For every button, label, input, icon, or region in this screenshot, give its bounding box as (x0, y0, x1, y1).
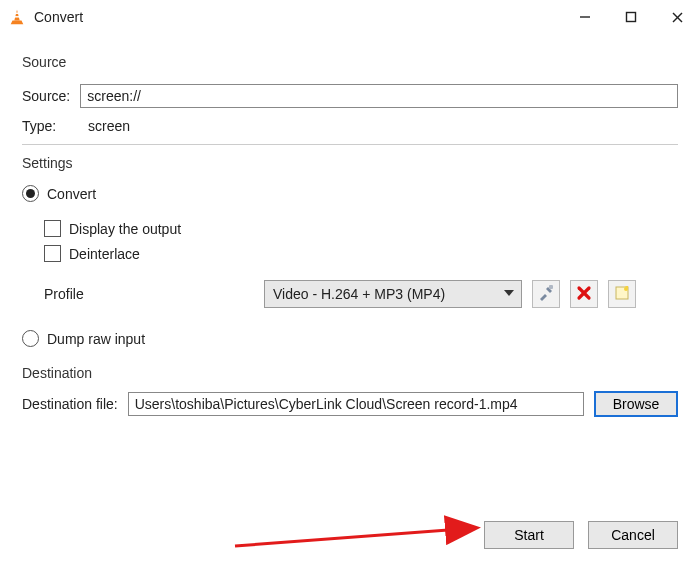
convert-radio-label: Convert (47, 186, 96, 202)
delete-icon (576, 285, 592, 304)
annotation-arrow (230, 514, 490, 557)
display-output-label: Display the output (69, 221, 181, 237)
svg-line-15 (235, 528, 475, 546)
tools-icon (537, 284, 555, 305)
svg-rect-4 (627, 13, 636, 22)
source-label: Source: (22, 88, 70, 104)
dump-raw-radio[interactable] (22, 330, 39, 347)
profile-dropdown[interactable]: Video - H.264 + MP3 (MP4) (264, 280, 522, 308)
delete-profile-button[interactable] (570, 280, 598, 308)
titlebar: Convert (0, 0, 700, 34)
display-output-checkbox[interactable] (44, 220, 61, 237)
start-button[interactable]: Start (484, 521, 574, 549)
deinterlace-checkbox[interactable] (44, 245, 61, 262)
divider (22, 144, 678, 145)
new-profile-icon (613, 284, 631, 305)
browse-button[interactable]: Browse (594, 391, 678, 417)
edit-profile-button[interactable] (532, 280, 560, 308)
dump-raw-label: Dump raw input (47, 331, 145, 347)
deinterlace-label: Deinterlace (69, 246, 140, 262)
profile-value: Video - H.264 + MP3 (MP4) (273, 286, 445, 302)
settings-section-label: Settings (22, 155, 678, 171)
type-label: Type: (22, 118, 78, 134)
vlc-icon (8, 8, 26, 26)
window-controls (562, 0, 700, 34)
svg-marker-0 (14, 10, 19, 21)
destination-file-input[interactable] (128, 392, 584, 416)
minimize-button[interactable] (562, 0, 608, 34)
destination-file-label: Destination file: (22, 396, 118, 412)
type-value: screen (88, 118, 130, 134)
svg-marker-7 (504, 290, 514, 296)
cancel-button[interactable]: Cancel (588, 521, 678, 549)
close-button[interactable] (654, 0, 700, 34)
destination-section-label: Destination (22, 365, 678, 381)
source-section-label: Source (22, 54, 678, 70)
chevron-down-icon (503, 286, 515, 302)
svg-rect-2 (14, 16, 20, 17)
profile-label: Profile (44, 286, 254, 302)
source-input[interactable] (80, 84, 678, 108)
window-title: Convert (34, 9, 83, 25)
svg-rect-1 (15, 13, 19, 14)
maximize-button[interactable] (608, 0, 654, 34)
svg-rect-8 (549, 285, 553, 289)
convert-radio[interactable] (22, 185, 39, 202)
svg-point-13 (624, 287, 628, 291)
new-profile-button[interactable] (608, 280, 636, 308)
